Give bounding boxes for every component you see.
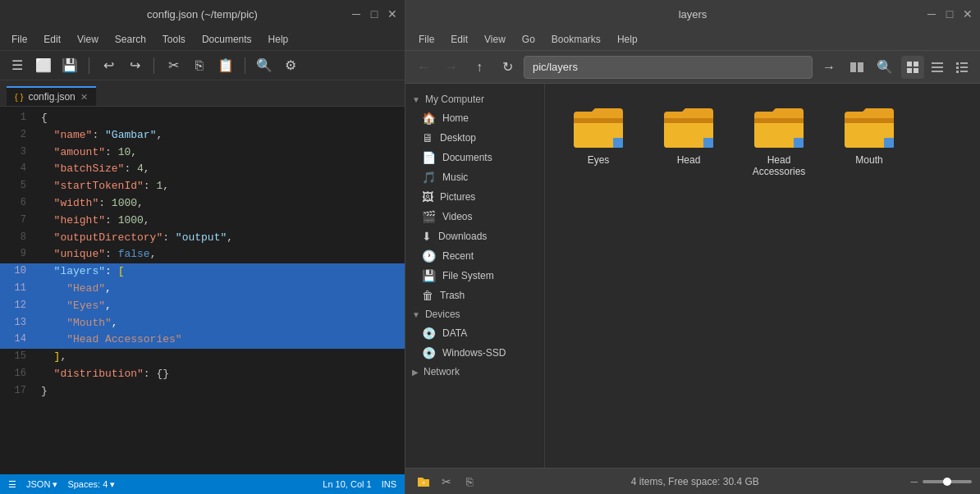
sidebar-item-trash[interactable]: 🗑 Trash <box>405 286 544 305</box>
folder-head[interactable]: Head <box>652 100 726 184</box>
svg-rect-13 <box>956 71 959 73</box>
fm-up-button[interactable]: ↑ <box>468 56 491 79</box>
folder-mouth[interactable]: Mouth <box>832 100 906 184</box>
toolbar-sep-2 <box>153 57 154 74</box>
sidebar-toggle-button[interactable]: ☰ <box>7 55 28 76</box>
fm-maximize-button[interactable]: □ <box>944 8 955 20</box>
folder-head-accessories[interactable]: Head Accessories <box>742 100 816 184</box>
sidebar-item-data[interactable]: 💿 DATA <box>405 323 544 343</box>
folder-head-accessories-icon <box>753 107 805 149</box>
fm-statusbar: + ✂ ⎘ 4 items, Free space: 30.4 GB ─ <box>405 468 980 494</box>
fm-view-list-button[interactable] <box>926 56 949 79</box>
fm-close-button[interactable]: ✕ <box>962 8 973 20</box>
sidebar-section-mycomputer[interactable]: ▼ My Computer <box>405 90 544 108</box>
code-line-7: 7 "height": 1000, <box>0 213 405 230</box>
editor-code-area[interactable]: 1 { 2 "name": "Gambar", 3 "amount": 10, … <box>0 107 405 474</box>
fm-view-details-button[interactable] <box>950 56 973 79</box>
fm-forward-button[interactable]: → <box>440 56 463 79</box>
tools-button[interactable]: ⚙ <box>280 55 301 76</box>
editor-menu-search[interactable]: Search <box>108 32 153 47</box>
ins-mode: INS <box>382 479 396 489</box>
sidebar-section-network[interactable]: ▶ Network <box>405 363 544 381</box>
sidebar-item-downloads[interactable]: ⬇ Downloads <box>405 226 544 246</box>
folder-mouth-label: Mouth <box>855 154 882 166</box>
fm-menu-view[interactable]: View <box>478 32 512 47</box>
filesystem-label: File System <box>442 270 494 281</box>
fm-copy-button[interactable]: ⎘ <box>460 472 479 492</box>
editor-minimize-button[interactable]: ─ <box>350 8 362 20</box>
sidebar-item-videos[interactable]: 🎬 Videos <box>405 207 544 226</box>
editor-toolbar: ☰ ⬜ 💾 ↩ ↪ ✂ ⎘ 📋 🔍 ⚙ <box>0 51 405 80</box>
fm-minimize-button[interactable]: ─ <box>926 8 937 20</box>
editor-tab-close[interactable]: ✕ <box>80 92 88 103</box>
fm-search-button[interactable]: 🔍 <box>873 56 896 79</box>
editor-menu-view[interactable]: View <box>71 32 105 47</box>
fm-cut-button[interactable]: ✂ <box>437 472 456 492</box>
folder-eyes-icon <box>572 107 625 149</box>
new-file-button[interactable]: ⬜ <box>33 55 54 76</box>
sidebar-item-home[interactable]: 🏠 Home <box>405 108 544 128</box>
editor-menu-tools[interactable]: Tools <box>156 32 192 47</box>
folder-eyes-label: Eyes <box>588 154 610 166</box>
fm-menu-go[interactable]: Go <box>515 32 542 47</box>
toolbar-sep-1 <box>89 57 89 74</box>
fm-menubar: File Edit View Go Bookmarks Help <box>405 28 980 51</box>
network-arrow-icon: ▶ <box>412 368 419 377</box>
windowsssd-icon: 💿 <box>422 346 436 359</box>
sidebar-item-desktop[interactable]: 🖥 Desktop <box>405 128 544 148</box>
statusbar-right: Ln 10, Col 1 INS <box>323 479 396 489</box>
home-icon: 🏠 <box>422 112 436 125</box>
editor-menu-help[interactable]: Help <box>262 32 295 47</box>
fm-zoom-slider[interactable] <box>923 480 972 483</box>
sidebar-item-documents[interactable]: 📄 Documents <box>405 148 544 167</box>
fm-menu-file[interactable]: File <box>412 32 441 47</box>
copy-button[interactable]: ⎘ <box>189 55 210 76</box>
sidebar-item-music[interactable]: 🎵 Music <box>405 167 544 187</box>
save-button[interactable]: 💾 <box>59 55 80 76</box>
fm-view-grid-button[interactable] <box>901 56 924 79</box>
fm-split-button[interactable] <box>845 56 868 79</box>
fm-menu-bookmarks[interactable]: Bookmarks <box>545 32 607 47</box>
fm-menu-help[interactable]: Help <box>611 32 644 47</box>
editor-menu-file[interactable]: File <box>5 32 34 47</box>
fm-refresh-button[interactable]: ↻ <box>496 56 519 79</box>
svg-rect-9 <box>956 62 959 65</box>
redo-button[interactable]: ↪ <box>124 55 145 76</box>
sidebar-item-filesystem[interactable]: 💾 File System <box>405 266 544 286</box>
fm-statusbar-buttons: + ✂ ⎘ <box>414 472 479 492</box>
fm-address-bar[interactable]: pic/layers <box>524 56 813 79</box>
sidebar-indicator[interactable]: ☰ <box>8 479 16 490</box>
fm-zoom-control: ─ <box>910 476 972 487</box>
sidebar-item-recent[interactable]: 🕐 Recent <box>405 246 544 266</box>
data-icon: 💿 <box>422 327 436 340</box>
editor-close-button[interactable]: ✕ <box>387 8 398 20</box>
sidebar-section-devices[interactable]: ▼ Devices <box>405 305 544 323</box>
cut-button[interactable]: ✂ <box>163 55 184 76</box>
editor-maximize-button[interactable]: □ <box>369 8 380 20</box>
sidebar-item-pictures[interactable]: 🖼 Pictures <box>405 187 544 207</box>
editor-menu-edit[interactable]: Edit <box>37 32 67 47</box>
svg-rect-2 <box>907 62 912 66</box>
svg-rect-10 <box>960 62 968 64</box>
fm-back-button[interactable]: ← <box>412 56 435 79</box>
fm-new-folder-button[interactable]: + <box>414 472 433 492</box>
windowsssd-label: Windows-SSD <box>442 347 506 359</box>
sidebar-item-windows-ssd[interactable]: 💿 Windows-SSD <box>405 343 544 363</box>
language-indicator[interactable]: JSON ▾ <box>26 479 57 490</box>
cursor-position: Ln 10, Col 1 <box>323 479 371 489</box>
zoom-minus-icon: ─ <box>910 476 918 487</box>
editor-tab-config[interactable]: { } config.json ✕ <box>7 86 96 106</box>
fm-address-go-button[interactable]: → <box>817 56 840 79</box>
code-line-15: 15 ], <box>0 349 405 366</box>
spaces-indicator[interactable]: Spaces: 4 ▾ <box>67 479 115 490</box>
search-button[interactable]: 🔍 <box>254 55 275 76</box>
fm-menu-edit[interactable]: Edit <box>444 32 474 47</box>
folder-eyes[interactable]: Eyes <box>561 100 635 184</box>
editor-menubar: File Edit View Search Tools Documents He… <box>0 28 405 51</box>
svg-rect-4 <box>907 68 912 73</box>
undo-button[interactable]: ↩ <box>98 55 119 76</box>
paste-button[interactable]: 📋 <box>215 55 236 76</box>
editor-menu-documents[interactable]: Documents <box>195 32 259 47</box>
code-line-13: 13 "Mouth", <box>0 315 405 332</box>
folder-mouth-icon <box>843 107 895 149</box>
